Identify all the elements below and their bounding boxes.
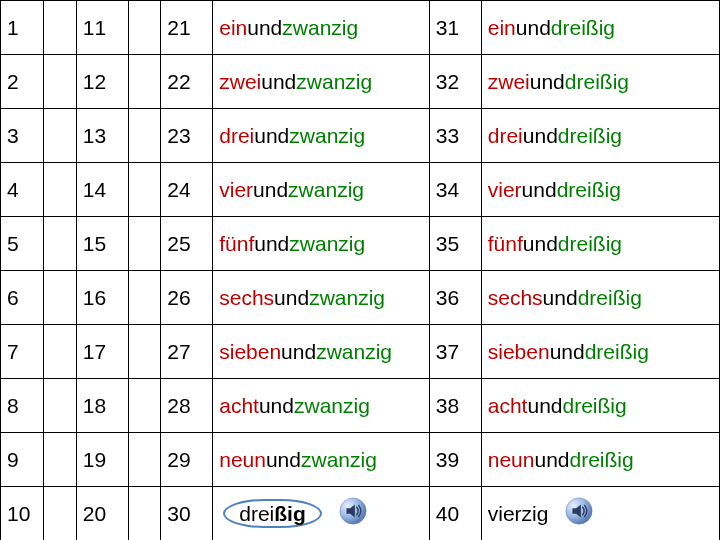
word-part: zwanzig	[289, 232, 365, 255]
word-part: sieben	[488, 340, 550, 363]
col-4-word: vierzig	[481, 487, 719, 541]
col-3-num: 21	[161, 1, 213, 55]
word-part: vier	[219, 178, 253, 201]
col-4-num: 38	[429, 379, 481, 433]
col-3-num: 30	[161, 487, 213, 541]
word-part: und	[253, 178, 288, 201]
num: 37	[436, 340, 459, 363]
num: 27	[167, 340, 190, 363]
col-3-word: siebenundzwanzig	[213, 325, 430, 379]
col-1-num: 1	[1, 1, 44, 55]
word-part: zwanzig	[309, 286, 385, 309]
col-3-word: neunundzwanzig	[213, 433, 430, 487]
num: 6	[7, 286, 19, 309]
col-3-word: einundzwanzig	[213, 1, 430, 55]
word-part: dreißig	[578, 286, 642, 309]
word-part: zwanzig	[301, 448, 377, 471]
word-part: dreißig	[557, 178, 621, 201]
col-4-word: vierunddreißig	[481, 163, 719, 217]
word-part: und	[261, 70, 296, 93]
highlight-ring: dreißig	[223, 499, 322, 528]
col-3-num: 23	[161, 109, 213, 163]
num: 21	[167, 16, 190, 39]
col-2-word	[128, 433, 160, 487]
word-part: zwanzig	[296, 70, 372, 93]
num: 18	[83, 394, 106, 417]
col-1-num: 9	[1, 433, 44, 487]
num: 8	[7, 394, 19, 417]
col-1-word	[44, 433, 76, 487]
col-4-num: 35	[429, 217, 481, 271]
col-4-num: 33	[429, 109, 481, 163]
num: 34	[436, 178, 459, 201]
col-1-word	[44, 325, 76, 379]
num: 5	[7, 232, 19, 255]
word-part: sieben	[219, 340, 281, 363]
num: 40	[436, 502, 459, 525]
col-3-num: 22	[161, 55, 213, 109]
table-row: 21222zweiundzwanzig32zweiunddreißig	[1, 55, 720, 109]
table-row: 81828achtundzwanzig38achtunddreißig	[1, 379, 720, 433]
num: 17	[83, 340, 106, 363]
num: 10	[7, 502, 30, 525]
word-part: sechs	[488, 286, 543, 309]
word-part: und	[247, 16, 282, 39]
word-part: und	[274, 286, 309, 309]
num: 25	[167, 232, 190, 255]
col-3-word: dreißig	[213, 487, 430, 541]
word-part: neun	[488, 448, 535, 471]
word-part: drei	[219, 124, 254, 147]
col-2-num: 11	[76, 1, 128, 55]
num: 14	[83, 178, 106, 201]
table-row: 11121einundzwanzig31einunddreißig	[1, 1, 720, 55]
col-3-num: 27	[161, 325, 213, 379]
col-1-num: 5	[1, 217, 44, 271]
word-part: sechs	[219, 286, 274, 309]
num: 2	[7, 70, 19, 93]
col-2-num: 14	[76, 163, 128, 217]
table-row: 71727siebenundzwanzig37siebenunddreißig	[1, 325, 720, 379]
col-4-num: 39	[429, 433, 481, 487]
col-1-word	[44, 487, 76, 541]
num: 24	[167, 178, 190, 201]
table-row: 102030dreißig40vierzig	[1, 487, 720, 541]
col-4-word: siebenunddreißig	[481, 325, 719, 379]
word-part: neun	[219, 448, 266, 471]
table-row: 91929neunundzwanzig39neununddreißig	[1, 433, 720, 487]
col-2-num: 12	[76, 55, 128, 109]
num: 31	[436, 16, 459, 39]
col-1-word	[44, 271, 76, 325]
col-3-word: sechsundzwanzig	[213, 271, 430, 325]
col-3-num: 28	[161, 379, 213, 433]
word-part: und	[527, 394, 562, 417]
num: 39	[436, 448, 459, 471]
col-1-num: 3	[1, 109, 44, 163]
col-2-word	[128, 109, 160, 163]
col-4-num: 37	[429, 325, 481, 379]
col-2-num: 16	[76, 271, 128, 325]
col-3-num: 24	[161, 163, 213, 217]
col-3-word: dreiundzwanzig	[213, 109, 430, 163]
word-part: und	[523, 124, 558, 147]
col-3-num: 26	[161, 271, 213, 325]
col-2-word	[128, 379, 160, 433]
num: 28	[167, 394, 190, 417]
num: 20	[83, 502, 106, 525]
word-part: fünf	[488, 232, 523, 255]
table-row: 51525fünfundzwanzig35fünfunddreißig	[1, 217, 720, 271]
num: 26	[167, 286, 190, 309]
col-4-num: 34	[429, 163, 481, 217]
word-part: und	[516, 16, 551, 39]
num: 9	[7, 448, 19, 471]
word-part: acht	[219, 394, 259, 417]
col-2-num: 15	[76, 217, 128, 271]
word-part: zwanzig	[294, 394, 370, 417]
word-part: zwanzig	[289, 124, 365, 147]
col-2-num: 13	[76, 109, 128, 163]
col-4-word: fünfunddreißig	[481, 217, 719, 271]
word-part: zwanzig	[288, 178, 364, 201]
speaker-icon[interactable]	[564, 496, 594, 531]
speaker-icon[interactable]	[338, 496, 368, 531]
col-1-num: 7	[1, 325, 44, 379]
word: vierzig	[488, 502, 549, 526]
